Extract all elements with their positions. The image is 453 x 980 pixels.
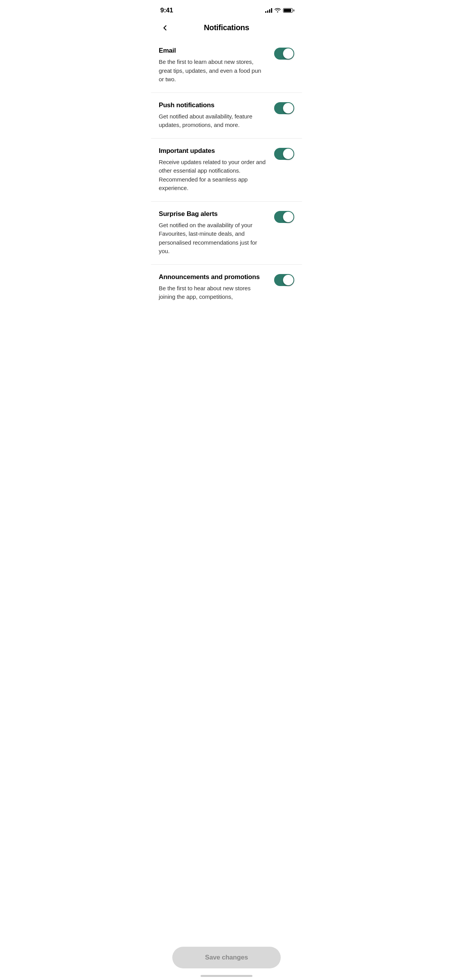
surprise-bag-description: Get notified on the availability of your… [159, 221, 266, 256]
announcements-description: Be the first to hear about new stores jo… [159, 284, 266, 302]
important-title: Important updates [159, 147, 266, 155]
page-title: Notifications [204, 23, 249, 32]
settings-item-push: Push notifications Get notified about av… [151, 93, 302, 139]
surprise-bag-title: Surprise Bag alerts [159, 210, 266, 218]
battery-icon [283, 8, 293, 13]
push-description: Get notified about availability, feature… [159, 112, 266, 130]
announcements-toggle[interactable] [274, 274, 294, 286]
back-button[interactable] [159, 22, 171, 34]
email-toggle[interactable] [274, 48, 294, 60]
announcements-title: Announcements and promotions [159, 273, 266, 281]
status-time: 9:41 [160, 7, 173, 14]
settings-item-announcements: Announcements and promotions Be the firs… [151, 265, 302, 340]
back-arrow-icon [160, 23, 170, 33]
push-title: Push notifications [159, 101, 266, 109]
status-icons [265, 8, 293, 14]
surprise-bag-toggle[interactable] [274, 211, 294, 223]
important-description: Receive updates related to your order an… [159, 158, 266, 193]
push-toggle[interactable] [274, 102, 294, 114]
settings-list: Email Be the first to learn about new st… [151, 38, 302, 340]
settings-item-surprise-bag: Surprise Bag alerts Get notified on the … [151, 202, 302, 265]
email-title: Email [159, 47, 266, 55]
important-toggle[interactable] [274, 148, 294, 160]
settings-item-email: Email Be the first to learn about new st… [151, 38, 302, 93]
nav-header: Notifications [151, 19, 302, 38]
settings-item-important: Important updates Receive updates relate… [151, 139, 302, 202]
signal-bars-icon [265, 8, 272, 13]
email-description: Be the first to learn about new stores, … [159, 58, 266, 84]
wifi-icon [275, 8, 281, 14]
status-bar: 9:41 [151, 0, 302, 19]
